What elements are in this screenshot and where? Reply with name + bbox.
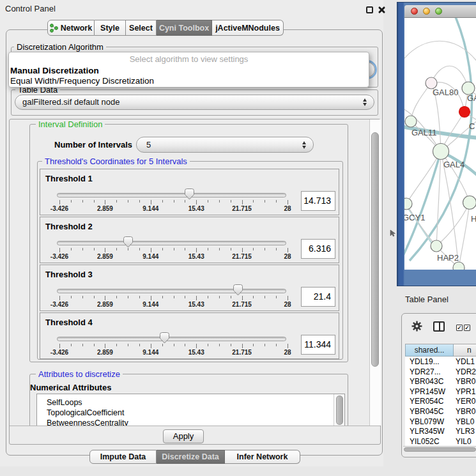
close-icon[interactable] (378, 6, 386, 14)
threshold-slider-track[interactable] (57, 289, 286, 293)
apply-button[interactable]: Apply (163, 429, 204, 443)
tick-mark (276, 248, 277, 250)
tick-mark (265, 296, 265, 298)
gear-icon[interactable] (411, 321, 422, 332)
tick-mark (82, 296, 83, 298)
threshold-slider-thumb[interactable] (160, 332, 169, 344)
tick-label: 2.859 (82, 253, 127, 260)
tick-mark (151, 296, 151, 300)
table-row[interactable]: YDR27...YDR2 (405, 367, 476, 378)
threshold-slider-thumb[interactable] (233, 284, 243, 296)
slider-ticks (59, 344, 288, 349)
discretization-algorithm-label: Discretization Algorithm (14, 42, 106, 52)
node-gal4[interactable] (433, 144, 449, 160)
node-h[interactable] (463, 196, 476, 210)
threshold-slider-track[interactable] (57, 193, 286, 197)
checkbox-icon[interactable]: ✓ (456, 325, 463, 331)
tick-label: 28 (265, 349, 310, 356)
numerical-attributes-list[interactable]: SelfLoopsTopologicalCoefficientBetweenne… (36, 394, 345, 426)
cell-name: YBR0 (456, 377, 475, 386)
tick-mark (128, 200, 128, 203)
network-canvas[interactable]: GAL80 GA C GAL11 GAL4 GCY1 H HAP2 (404, 18, 476, 270)
threshold-slider-thumb[interactable] (123, 236, 133, 248)
node-selected[interactable] (459, 107, 470, 118)
node-bottom[interactable] (453, 262, 464, 270)
attribute-list-item[interactable]: TopologicalCoefficient (47, 408, 124, 417)
slider-ticks (59, 200, 288, 205)
popup-item-equal-width[interactable]: Equal Width/Frequency Discretization (10, 76, 154, 86)
tick-mark (288, 344, 288, 348)
tick-mark (105, 248, 105, 252)
tick-label: -3.426 (37, 205, 82, 212)
interval-definition-label: Interval Definition (36, 119, 105, 129)
table-row[interactable]: YER054CYER0 (405, 397, 476, 407)
cell-shared-name: YDL19... (410, 357, 440, 366)
tick-label: -3.426 (37, 253, 82, 260)
zoom-traffic-light[interactable] (435, 8, 442, 15)
close-traffic-light[interactable] (411, 8, 418, 15)
tick-mark (253, 344, 254, 346)
table-row[interactable]: YBR043CYBR0 (405, 377, 476, 387)
tick-mark (139, 200, 140, 203)
checkbox-icon[interactable]: ✓ (464, 325, 470, 331)
spinner-arrows-icon (302, 141, 307, 150)
list-scrollbar-thumb[interactable] (336, 395, 343, 425)
table-hscrollbar-thumb[interactable] (404, 447, 476, 452)
main-scrollbar-thumb[interactable] (371, 132, 379, 367)
tick-mark (162, 344, 163, 346)
tick-mark (276, 200, 277, 203)
algorithm-dropdown-popup: Select algorithm to view settings Manual… (8, 52, 369, 88)
table-hscrollbar[interactable] (403, 446, 476, 452)
network-window-titlebar[interactable] (404, 5, 476, 18)
table-data-combobox[interactable]: galFiltered.sif default node (15, 95, 374, 110)
tick-mark (59, 248, 60, 252)
tab-impute-data[interactable]: Impute Data (89, 450, 157, 464)
table-row[interactable]: YBR045CYBR0 (405, 407, 476, 417)
tick-label: 2.859 (82, 301, 127, 308)
tab-discretize-data[interactable]: Discretize Data (157, 450, 225, 464)
tab-select[interactable]: Select (126, 20, 157, 36)
float-window-icon[interactable] (366, 6, 373, 13)
column-header-name[interactable]: n (454, 344, 476, 357)
tick-mark (265, 344, 265, 346)
node-label: HAP2 (437, 253, 459, 263)
tab-network[interactable]: Network (47, 20, 95, 36)
columns-icon[interactable] (433, 321, 445, 332)
tick-mark (94, 200, 95, 203)
bottom-tab-bar: Impute Data Discretize Data Infer Networ… (89, 450, 300, 464)
minimize-traffic-light[interactable] (423, 8, 430, 15)
table-row[interactable]: YDL19...YDL1 (405, 357, 476, 367)
threshold-slider-thumb[interactable] (185, 188, 194, 200)
table-panel: ✓ ✓ shared... n YDL19...YDL1YDR27...YDR2… (401, 313, 476, 457)
threshold-slider-track[interactable] (57, 241, 286, 245)
cell-name: YBR0 (456, 407, 475, 416)
number-of-intervals-spinner[interactable]: 5 (136, 137, 314, 153)
table-row[interactable]: YBL079WYBL0 (405, 417, 476, 427)
tab-jactivemnodules[interactable]: jActiveMNodules (212, 20, 284, 36)
attribute-list-item[interactable]: SelfLoops (47, 398, 82, 407)
tick-mark (219, 248, 220, 250)
cell-name: YPR1 (456, 387, 475, 396)
column-header-shared-name[interactable]: shared... (405, 344, 454, 357)
tick-label: 21.715 (220, 253, 265, 260)
table-row[interactable]: YLR345WYLR3 (405, 427, 476, 437)
threshold-slider-track[interactable] (57, 337, 286, 341)
node-ga[interactable] (462, 82, 475, 95)
tab-infer-network[interactable]: Infer Network (225, 450, 300, 464)
node-hap2[interactable] (431, 240, 442, 252)
tick-mark (94, 296, 95, 298)
node-gal11[interactable] (405, 116, 417, 127)
list-scrollbar[interactable] (334, 394, 344, 426)
popup-item-manual-discretization[interactable]: Manual Discretization (10, 66, 99, 75)
table-row[interactable]: YPR145WYPR1 (405, 387, 476, 397)
tick-mark (185, 200, 185, 203)
tick-mark (151, 200, 151, 204)
node-gcy1[interactable] (404, 198, 412, 210)
tick-mark (219, 344, 220, 346)
tick-mark (242, 344, 243, 348)
tab-style[interactable]: Style (95, 20, 126, 36)
table-body[interactable]: YDL19...YDL1YDR27...YDR2YBR043CYBR0YPR14… (405, 357, 476, 446)
tick-label: 9.144 (128, 301, 173, 308)
table-row[interactable]: YIL052CYIL0 (405, 437, 476, 446)
tab-cyni-toolbox[interactable]: Cyni Toolbox (157, 20, 212, 36)
